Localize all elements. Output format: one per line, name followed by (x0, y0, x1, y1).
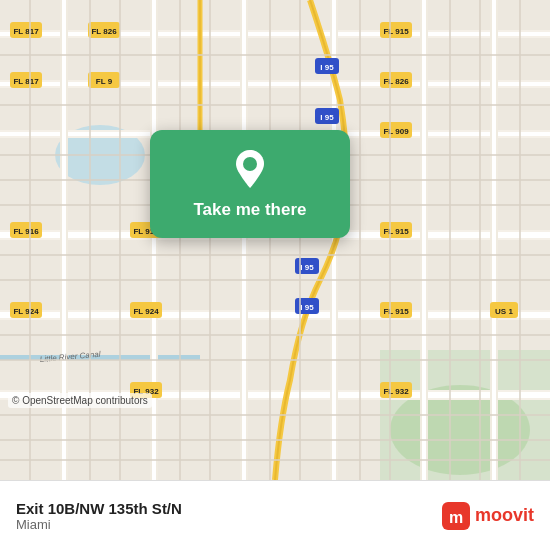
take-me-there-label: Take me there (193, 200, 306, 220)
svg-rect-8 (0, 82, 550, 86)
svg-text:FL 826: FL 826 (91, 27, 117, 36)
svg-text:FL 924: FL 924 (133, 307, 159, 316)
moovit-icon: m (442, 502, 470, 530)
svg-text:FL 826: FL 826 (383, 77, 409, 86)
svg-rect-28 (492, 0, 496, 480)
svg-rect-14 (0, 312, 550, 318)
moovit-text: moovit (475, 505, 534, 526)
svg-text:m: m (449, 509, 463, 526)
location-pin-icon (232, 148, 268, 190)
svg-text:FL 932: FL 932 (383, 387, 409, 396)
map-background: FL 817 FL 817 FL 826 FL 9 I 95 I 95 FL 9… (0, 0, 550, 480)
svg-text:FL 817: FL 817 (13, 77, 39, 86)
bottom-bar: Exit 10B/NW 135th St/N Miami m moovit (0, 480, 550, 550)
svg-point-95 (243, 157, 257, 171)
navigation-card[interactable]: Take me there (140, 130, 360, 238)
svg-rect-18 (62, 0, 66, 480)
svg-rect-6 (0, 32, 550, 36)
svg-text:FL 924: FL 924 (13, 307, 39, 316)
svg-text:FL 9: FL 9 (96, 77, 113, 86)
map-attribution: © OpenStreetMap contributors (8, 393, 152, 408)
svg-rect-20 (152, 0, 156, 480)
svg-text:FL 915: FL 915 (383, 307, 409, 316)
svg-text:I 95: I 95 (300, 263, 314, 272)
moovit-logo: m moovit (442, 502, 534, 530)
location-name: Exit 10B/NW 135th St/N (16, 500, 182, 517)
location-info: Exit 10B/NW 135th St/N Miami (16, 500, 182, 532)
map-container: FL 817 FL 817 FL 826 FL 9 I 95 I 95 FL 9… (0, 0, 550, 480)
svg-text:I 95: I 95 (320, 63, 334, 72)
location-city: Miami (16, 517, 182, 532)
svg-text:FL 915: FL 915 (383, 27, 409, 36)
svg-rect-26 (422, 0, 426, 480)
svg-text:I 95: I 95 (320, 113, 334, 122)
svg-text:FL 915: FL 915 (383, 227, 409, 236)
svg-rect-22 (242, 0, 246, 480)
svg-text:FL 817: FL 817 (13, 27, 39, 36)
take-me-there-button[interactable]: Take me there (150, 130, 350, 238)
svg-text:I 95: I 95 (300, 303, 314, 312)
svg-text:FL 916: FL 916 (13, 227, 39, 236)
svg-text:US 1: US 1 (495, 307, 513, 316)
svg-text:FL 909: FL 909 (383, 127, 409, 136)
